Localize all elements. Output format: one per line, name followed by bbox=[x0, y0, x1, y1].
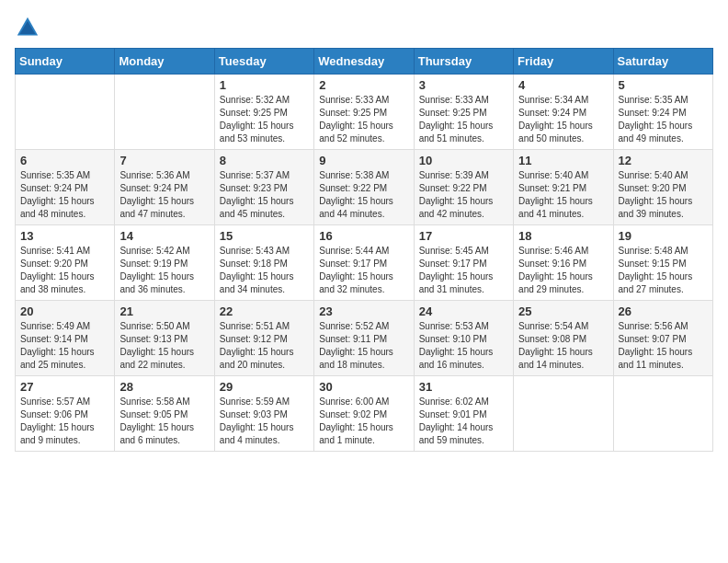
calendar-cell: 28Sunrise: 5:58 AM Sunset: 9:05 PM Dayli… bbox=[115, 376, 214, 452]
day-info: Sunrise: 5:39 AM Sunset: 9:22 PM Dayligh… bbox=[419, 169, 508, 221]
day-number: 1 bbox=[220, 78, 309, 92]
day-info: Sunrise: 5:38 AM Sunset: 9:22 PM Dayligh… bbox=[319, 169, 408, 221]
calendar-cell: 6Sunrise: 5:35 AM Sunset: 9:24 PM Daylig… bbox=[16, 150, 115, 225]
calendar-header-row: SundayMondayTuesdayWednesdayThursdayFrid… bbox=[16, 49, 713, 75]
day-number: 10 bbox=[419, 154, 508, 167]
day-number: 31 bbox=[419, 380, 508, 394]
calendar-cell: 7Sunrise: 5:36 AM Sunset: 9:24 PM Daylig… bbox=[115, 150, 214, 225]
day-number: 16 bbox=[319, 229, 408, 243]
calendar-cell: 1Sunrise: 5:32 AM Sunset: 9:25 PM Daylig… bbox=[214, 75, 313, 150]
day-number: 6 bbox=[20, 154, 109, 167]
page-header bbox=[15, 15, 713, 40]
calendar-cell: 11Sunrise: 5:40 AM Sunset: 9:21 PM Dayli… bbox=[514, 150, 613, 225]
day-info: Sunrise: 5:53 AM Sunset: 9:10 PM Dayligh… bbox=[419, 320, 508, 372]
calendar-cell: 21Sunrise: 5:50 AM Sunset: 9:13 PM Dayli… bbox=[115, 301, 214, 376]
calendar-cell: 26Sunrise: 5:56 AM Sunset: 9:07 PM Dayli… bbox=[613, 301, 712, 376]
day-number: 20 bbox=[20, 304, 109, 318]
day-number: 22 bbox=[220, 304, 309, 318]
calendar-header-tuesday: Tuesday bbox=[214, 49, 313, 75]
day-number: 24 bbox=[419, 304, 508, 318]
day-number: 5 bbox=[619, 78, 708, 92]
day-number: 25 bbox=[518, 304, 608, 318]
calendar-cell: 31Sunrise: 6:02 AM Sunset: 9:01 PM Dayli… bbox=[414, 376, 513, 452]
day-number: 9 bbox=[319, 154, 408, 167]
calendar-cell: 8Sunrise: 5:37 AM Sunset: 9:23 PM Daylig… bbox=[214, 150, 313, 225]
day-number: 26 bbox=[619, 304, 708, 318]
calendar-cell: 14Sunrise: 5:42 AM Sunset: 9:19 PM Dayli… bbox=[115, 225, 214, 301]
day-info: Sunrise: 5:45 AM Sunset: 9:17 PM Dayligh… bbox=[419, 245, 508, 296]
calendar-week-row: 6Sunrise: 5:35 AM Sunset: 9:24 PM Daylig… bbox=[16, 150, 713, 225]
day-info: Sunrise: 5:37 AM Sunset: 9:23 PM Dayligh… bbox=[220, 169, 309, 221]
day-info: Sunrise: 6:00 AM Sunset: 9:02 PM Dayligh… bbox=[319, 396, 408, 447]
day-info: Sunrise: 5:52 AM Sunset: 9:11 PM Dayligh… bbox=[319, 320, 408, 372]
day-number: 18 bbox=[518, 229, 608, 243]
calendar-cell: 5Sunrise: 5:35 AM Sunset: 9:24 PM Daylig… bbox=[613, 75, 712, 150]
day-number: 27 bbox=[20, 380, 109, 394]
day-number: 19 bbox=[619, 229, 708, 243]
day-info: Sunrise: 5:46 AM Sunset: 9:16 PM Dayligh… bbox=[518, 245, 608, 296]
day-number: 15 bbox=[220, 229, 309, 243]
calendar-cell: 4Sunrise: 5:34 AM Sunset: 9:24 PM Daylig… bbox=[514, 75, 613, 150]
day-info: Sunrise: 5:36 AM Sunset: 9:24 PM Dayligh… bbox=[119, 169, 209, 221]
calendar-cell: 17Sunrise: 5:45 AM Sunset: 9:17 PM Dayli… bbox=[414, 225, 513, 301]
day-number: 2 bbox=[319, 78, 408, 92]
day-info: Sunrise: 5:35 AM Sunset: 9:24 PM Dayligh… bbox=[20, 169, 109, 221]
day-info: Sunrise: 6:02 AM Sunset: 9:01 PM Dayligh… bbox=[419, 396, 508, 447]
day-info: Sunrise: 5:33 AM Sunset: 9:25 PM Dayligh… bbox=[319, 94, 408, 145]
day-info: Sunrise: 5:58 AM Sunset: 9:05 PM Dayligh… bbox=[119, 396, 209, 447]
day-number: 8 bbox=[220, 154, 309, 167]
day-number: 13 bbox=[20, 229, 109, 243]
calendar-cell: 25Sunrise: 5:54 AM Sunset: 9:08 PM Dayli… bbox=[514, 301, 613, 376]
calendar-cell: 3Sunrise: 5:33 AM Sunset: 9:25 PM Daylig… bbox=[414, 75, 513, 150]
day-info: Sunrise: 5:42 AM Sunset: 9:19 PM Dayligh… bbox=[119, 245, 209, 296]
calendar-cell: 15Sunrise: 5:43 AM Sunset: 9:18 PM Dayli… bbox=[214, 225, 313, 301]
day-number: 29 bbox=[220, 380, 309, 394]
day-info: Sunrise: 5:54 AM Sunset: 9:08 PM Dayligh… bbox=[518, 320, 608, 372]
day-info: Sunrise: 5:57 AM Sunset: 9:06 PM Dayligh… bbox=[20, 396, 109, 447]
calendar-header-thursday: Thursday bbox=[414, 49, 513, 75]
calendar-header-saturday: Saturday bbox=[613, 49, 712, 75]
day-number: 3 bbox=[419, 78, 508, 92]
calendar-cell: 24Sunrise: 5:53 AM Sunset: 9:10 PM Dayli… bbox=[414, 301, 513, 376]
calendar-cell: 12Sunrise: 5:40 AM Sunset: 9:20 PM Dayli… bbox=[613, 150, 712, 225]
calendar-cell: 13Sunrise: 5:41 AM Sunset: 9:20 PM Dayli… bbox=[16, 225, 115, 301]
day-info: Sunrise: 5:43 AM Sunset: 9:18 PM Dayligh… bbox=[220, 245, 309, 296]
calendar-cell bbox=[613, 376, 712, 452]
calendar-week-row: 13Sunrise: 5:41 AM Sunset: 9:20 PM Dayli… bbox=[16, 225, 713, 301]
calendar-cell: 16Sunrise: 5:44 AM Sunset: 9:17 PM Dayli… bbox=[314, 225, 414, 301]
logo-icon bbox=[15, 15, 40, 40]
day-number: 30 bbox=[319, 380, 408, 394]
day-info: Sunrise: 5:49 AM Sunset: 9:14 PM Dayligh… bbox=[20, 320, 109, 372]
day-info: Sunrise: 5:50 AM Sunset: 9:13 PM Dayligh… bbox=[119, 320, 209, 372]
day-info: Sunrise: 5:56 AM Sunset: 9:07 PM Dayligh… bbox=[619, 320, 708, 372]
day-info: Sunrise: 5:32 AM Sunset: 9:25 PM Dayligh… bbox=[220, 94, 309, 145]
calendar-cell: 19Sunrise: 5:48 AM Sunset: 9:15 PM Dayli… bbox=[613, 225, 712, 301]
calendar-cell: 10Sunrise: 5:39 AM Sunset: 9:22 PM Dayli… bbox=[414, 150, 513, 225]
day-number: 21 bbox=[119, 304, 209, 318]
day-number: 12 bbox=[619, 154, 708, 167]
calendar-week-row: 27Sunrise: 5:57 AM Sunset: 9:06 PM Dayli… bbox=[16, 376, 713, 452]
calendar-cell: 9Sunrise: 5:38 AM Sunset: 9:22 PM Daylig… bbox=[314, 150, 414, 225]
calendar-cell: 20Sunrise: 5:49 AM Sunset: 9:14 PM Dayli… bbox=[16, 301, 115, 376]
day-info: Sunrise: 5:40 AM Sunset: 9:20 PM Dayligh… bbox=[619, 169, 708, 221]
calendar-cell bbox=[16, 75, 115, 150]
calendar-cell: 18Sunrise: 5:46 AM Sunset: 9:16 PM Dayli… bbox=[514, 225, 613, 301]
day-info: Sunrise: 5:33 AM Sunset: 9:25 PM Dayligh… bbox=[419, 94, 508, 145]
calendar-cell bbox=[514, 376, 613, 452]
day-info: Sunrise: 5:44 AM Sunset: 9:17 PM Dayligh… bbox=[319, 245, 408, 296]
day-number: 23 bbox=[319, 304, 408, 318]
day-number: 28 bbox=[119, 380, 209, 394]
calendar-cell: 27Sunrise: 5:57 AM Sunset: 9:06 PM Dayli… bbox=[16, 376, 115, 452]
day-info: Sunrise: 5:34 AM Sunset: 9:24 PM Dayligh… bbox=[518, 94, 608, 145]
calendar-cell: 29Sunrise: 5:59 AM Sunset: 9:03 PM Dayli… bbox=[214, 376, 313, 452]
calendar-cell: 2Sunrise: 5:33 AM Sunset: 9:25 PM Daylig… bbox=[314, 75, 414, 150]
calendar-header-monday: Monday bbox=[115, 49, 214, 75]
calendar-cell: 22Sunrise: 5:51 AM Sunset: 9:12 PM Dayli… bbox=[214, 301, 313, 376]
day-info: Sunrise: 5:35 AM Sunset: 9:24 PM Dayligh… bbox=[619, 94, 708, 145]
calendar-cell: 30Sunrise: 6:00 AM Sunset: 9:02 PM Dayli… bbox=[314, 376, 414, 452]
calendar-header-sunday: Sunday bbox=[16, 49, 115, 75]
day-info: Sunrise: 5:48 AM Sunset: 9:15 PM Dayligh… bbox=[619, 245, 708, 296]
day-number: 11 bbox=[518, 154, 608, 167]
calendar-cell bbox=[115, 75, 214, 150]
day-info: Sunrise: 5:41 AM Sunset: 9:20 PM Dayligh… bbox=[20, 245, 109, 296]
